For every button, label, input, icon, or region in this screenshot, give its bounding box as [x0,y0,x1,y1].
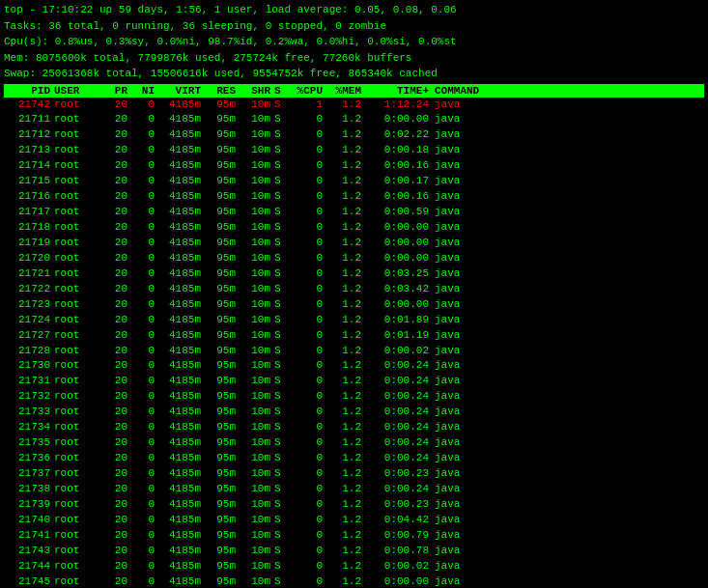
cell-cmd: java [433,236,704,251]
cell-cpu: 0 [288,513,326,528]
cell-ni: 0 [131,374,158,389]
cell-ni: 0 [131,205,158,220]
cell-pid: 21740 [4,513,54,528]
table-row: 21722 root 20 0 4185m 95m 10m S 0 1.2 0:… [4,282,704,297]
cell-shr: 10m [240,127,274,143]
cell-s: S [274,313,288,328]
cell-pr: 20 [104,266,131,282]
cell-cpu: 0 [288,236,326,251]
cell-time: 0:00.79 [365,528,433,544]
cell-user: root [54,158,104,174]
cell-pid: 21713 [4,143,54,158]
cell-pid: 21714 [4,158,54,174]
cell-cmd: java [433,559,704,574]
cell-pr: 20 [104,205,131,220]
cell-virt: 4185m [158,313,205,328]
cell-ni: 0 [131,466,158,482]
cell-pr: 20 [104,405,131,420]
cell-cmd: java [433,374,704,389]
table-row: 21720 root 20 0 4185m 95m 10m S 0 1.2 0:… [4,251,704,266]
table-row: 21715 root 20 0 4185m 95m 10m S 0 1.2 0:… [4,174,704,189]
cell-res: 95m [205,236,240,251]
cell-virt: 4185m [158,451,205,466]
cell-user: root [54,205,104,220]
cell-res: 95m [205,420,240,435]
cell-pid: 21731 [4,374,54,389]
cell-ni: 0 [131,313,158,328]
cell-user: root [54,127,104,143]
cell-virt: 4185m [158,127,205,143]
cell-mem: 1.2 [326,435,365,451]
cell-mem: 1.2 [326,174,365,189]
cell-user: root [54,282,104,297]
cell-pr: 20 [104,344,131,359]
cell-user: root [54,112,104,127]
col-header-shr: SHR [240,85,274,97]
cell-cmd: java [433,482,704,497]
cell-res: 95m [205,112,240,127]
cell-res: 95m [205,544,240,559]
cell-virt: 4185m [158,112,205,127]
cell-ni: 0 [131,189,158,205]
cell-virt: 4185m [158,420,205,435]
cell-s: S [274,497,288,513]
cell-pid: 21745 [4,574,54,588]
col-header-res: RES [205,85,240,97]
cell-s: S [274,189,288,205]
cell-cmd: java [433,174,704,189]
cell-res: 95m [205,251,240,266]
cell-cmd: java [433,313,704,328]
cell-shr: 10m [240,297,274,313]
cell-cpu: 0 [288,482,326,497]
cell-pid: 21716 [4,189,54,205]
cell-cpu: 0 [288,251,326,266]
cell-time: 0:00.23 [365,497,433,513]
cell-virt: 4185m [158,282,205,297]
cell-mem: 1.2 [326,528,365,544]
cell-res: 95m [205,266,240,282]
table-row: 21721 root 20 0 4185m 95m 10m S 0 1.2 0:… [4,266,704,282]
table-row: 21736 root 20 0 4185m 95m 10m S 0 1.2 0:… [4,451,704,466]
table-row: 21744 root 20 0 4185m 95m 10m S 0 1.2 0:… [4,559,704,574]
cell-shr: 10m [240,112,274,127]
cell-virt: 4185m [158,559,205,574]
cell-cpu: 0 [288,328,326,344]
cell-cpu: 0 [288,158,326,174]
cell-pid: 21733 [4,405,54,420]
cell-res: 95m [205,513,240,528]
cell-shr: 10m [240,189,274,205]
cell-pr: 20 [104,98,131,113]
cell-cmd: java [433,513,704,528]
col-header-user: USER [54,85,104,97]
cell-user: root [54,559,104,574]
cell-cmd: java [433,358,704,374]
cell-pid: 21715 [4,174,54,189]
table-row: 21740 root 20 0 4185m 95m 10m S 0 1.2 0:… [4,513,704,528]
cell-mem: 1.2 [326,127,365,143]
table-row: 21711 root 20 0 4185m 95m 10m S 0 1.2 0:… [4,112,704,127]
cell-res: 95m [205,98,240,113]
cell-mem: 1.2 [326,266,365,282]
cell-cmd: java [433,544,704,559]
cell-shr: 10m [240,282,274,297]
cell-time: 0:00.00 [365,220,433,236]
cell-virt: 4185m [158,236,205,251]
cell-shr: 10m [240,374,274,389]
cell-time: 0:00.24 [365,389,433,405]
cell-res: 95m [205,313,240,328]
cell-s: S [274,405,288,420]
cell-cpu: 0 [288,497,326,513]
col-header-pid: PID [4,85,54,97]
col-header-time: TIME+ [365,85,433,97]
cell-shr: 10m [240,559,274,574]
cell-cpu: 0 [288,266,326,282]
cell-ni: 0 [131,528,158,544]
cell-pid: 21723 [4,297,54,313]
cell-time: 0:00.24 [365,451,433,466]
cell-s: S [274,328,288,344]
cell-mem: 1.2 [326,236,365,251]
cell-virt: 4185m [158,344,205,359]
cell-mem: 1.2 [326,405,365,420]
cell-virt: 4185m [158,98,205,113]
cell-cpu: 0 [288,405,326,420]
